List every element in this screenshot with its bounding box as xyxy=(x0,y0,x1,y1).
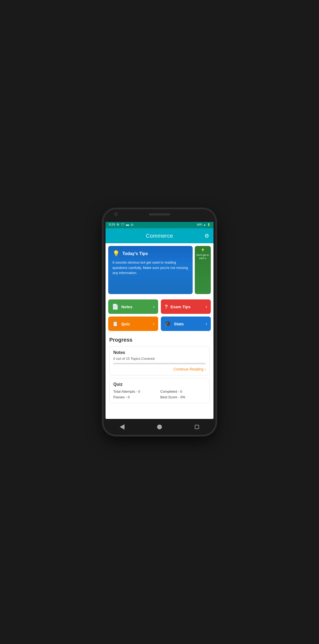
recents-icon xyxy=(195,425,199,429)
screen: 9:24 ⚙ 🛡 ▬ ◎ WiFi ▲ 🔋 Commerce ⚙ xyxy=(106,221,213,419)
shield-status-icon: 🛡 xyxy=(121,223,124,226)
side-tip-top: 💡 Don't get ec each s xyxy=(196,249,209,260)
back-icon xyxy=(120,424,125,430)
side-tip-text: Don't get ec each s xyxy=(196,254,209,260)
quiz-icon: 📋 xyxy=(112,321,119,327)
speaker xyxy=(149,213,170,215)
progress-heading: Progress xyxy=(109,337,210,343)
app-header: Commerce ⚙ xyxy=(106,228,213,243)
stats-button[interactable]: 🎓 Stats › xyxy=(161,317,211,331)
stats-arrow: › xyxy=(206,321,207,326)
battery-icon: 🔋 xyxy=(207,223,210,226)
stats-btn-left: 🎓 Stats xyxy=(165,321,184,327)
side-bulb-icon: 💡 xyxy=(201,249,204,252)
quiz-stats-grid: Total Attempts - 0 Completed - 0 Passes … xyxy=(113,390,206,399)
notes-btn-left: 📄 Notes xyxy=(112,303,133,310)
bottom-nav xyxy=(103,419,216,435)
settings-button[interactable]: ⚙ xyxy=(204,233,209,239)
quiz-stats-card: Quiz Total Attempts - 0 Completed - 0 Pa… xyxy=(109,378,210,403)
bulb-icon: 💡 xyxy=(112,250,120,257)
total-attempts: Total Attempts - 0 xyxy=(113,390,159,394)
tip-card-main: 💡 Today's Tips It sounds obvious but get… xyxy=(108,246,193,294)
settings-status-icon: ⚙ xyxy=(116,223,119,226)
tips-section: 💡 Today's Tips It sounds obvious but get… xyxy=(106,243,213,297)
progress-bar-bg xyxy=(113,363,206,364)
content-scroll[interactable]: 💡 Today's Tips It sounds obvious but get… xyxy=(106,243,213,419)
stats-label: Stats xyxy=(174,322,184,326)
notes-icon: 📄 xyxy=(112,303,119,310)
tip-body: It sounds obvious but get used to readin… xyxy=(112,260,188,276)
quiz-arrow: › xyxy=(153,321,154,326)
recents-button[interactable] xyxy=(192,422,202,432)
back-button[interactable] xyxy=(117,422,127,432)
tip-header: 💡 Today's Tips xyxy=(112,250,188,257)
app-title: Commerce xyxy=(146,233,173,239)
continue-arrow-icon: › xyxy=(204,367,206,371)
camera xyxy=(114,212,118,216)
notes-arrow: › xyxy=(153,304,154,309)
quiz-label: Quiz xyxy=(121,322,130,326)
stats-icon: 🎓 xyxy=(165,321,171,327)
status-left: 9:24 ⚙ 🛡 ▬ ◎ xyxy=(109,223,133,226)
notes-progress-subtitle: 0 out of 15 Topics Covered xyxy=(113,357,206,361)
at-status-icon: ◎ xyxy=(131,223,133,226)
completed: Completed - 0 xyxy=(160,390,206,394)
home-button[interactable] xyxy=(154,422,165,432)
quiz-btn-left: 📋 Quiz xyxy=(112,321,130,327)
time-display: 9:24 xyxy=(109,223,115,226)
home-icon xyxy=(157,425,162,429)
continue-reading-label: Continue Reading xyxy=(173,367,203,371)
exam-arrow: › xyxy=(206,304,207,309)
signal-icon: ▲ xyxy=(203,223,206,226)
best-score: Best Score - 0% xyxy=(160,395,206,399)
exam-icon: ? xyxy=(165,304,168,310)
card-status-icon: ▬ xyxy=(126,223,129,226)
status-bar: 9:24 ⚙ 🛡 ▬ ◎ WiFi ▲ 🔋 xyxy=(106,221,213,228)
quiz-button[interactable]: 📋 Quiz › xyxy=(108,317,158,331)
progress-section: Progress Notes 0 out of 15 Topics Covere… xyxy=(106,334,213,375)
buttons-grid: 📄 Notes › ? Exam Tips › 📋 Quiz xyxy=(106,297,213,334)
notes-progress-card: Notes 0 out of 15 Topics Covered Continu… xyxy=(109,346,210,375)
continue-reading-link[interactable]: Continue Reading › xyxy=(113,367,206,371)
passes: Passes - 0 xyxy=(113,395,159,399)
exam-tips-button[interactable]: ? Exam Tips › xyxy=(161,299,211,314)
exam-btn-left: ? Exam Tips xyxy=(165,304,190,310)
status-right: WiFi ▲ 🔋 xyxy=(197,223,210,226)
quiz-card-title: Quiz xyxy=(113,382,206,387)
wifi-icon: WiFi xyxy=(197,223,202,226)
exam-label: Exam Tips xyxy=(170,304,190,309)
phone-frame: 9:24 ⚙ 🛡 ▬ ◎ WiFi ▲ 🔋 Commerce ⚙ xyxy=(103,209,216,435)
notes-button[interactable]: 📄 Notes › xyxy=(108,299,158,314)
tip-card-side: 💡 Don't get ec each s xyxy=(195,246,211,294)
notes-progress-title: Notes xyxy=(113,350,206,355)
tip-title: Today's Tips xyxy=(122,251,148,256)
notes-label: Notes xyxy=(121,304,133,309)
